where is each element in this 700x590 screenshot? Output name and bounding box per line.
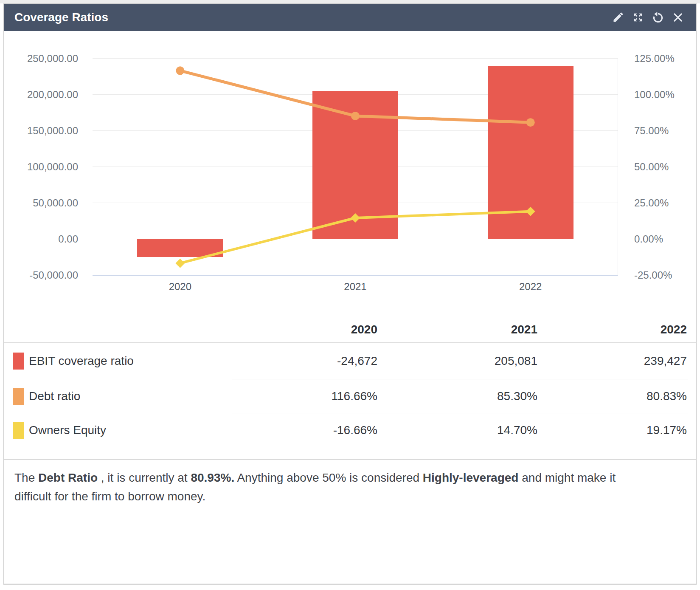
cell-debt-2020: 116.66%	[250, 390, 377, 403]
close-icon	[672, 11, 684, 23]
titlebar-actions	[612, 4, 684, 31]
circle-marker	[526, 118, 535, 127]
row-divider	[232, 379, 688, 379]
chart-line-layer	[4, 31, 697, 320]
legend-swatch-owners-equity	[13, 422, 24, 439]
note-segment: Highly-leveraged	[423, 471, 519, 484]
row-label: EBIT coverage ratio	[29, 354, 134, 368]
expand-button[interactable]	[632, 11, 644, 24]
undo-button[interactable]	[652, 11, 664, 24]
note-segment: The	[14, 471, 38, 484]
note-segment: , it is currently at	[98, 471, 191, 484]
cell-ebit-2022: 239,427	[559, 354, 687, 368]
cell-ebit-2020: -24,672	[250, 354, 377, 368]
cell-oe-2022: 19.17%	[559, 423, 687, 437]
section-divider	[4, 459, 697, 460]
legend-swatch-ebit	[13, 353, 24, 370]
cell-oe-2021: 14.70%	[410, 423, 537, 437]
table-row-owners-equity: Owners Equity -16.66% 14.70% 19.17%	[4, 414, 697, 447]
cell-ebit-2021: 205,081	[410, 354, 537, 368]
table-header-row: 2020 2021 2022	[4, 317, 697, 342]
diamond-marker	[526, 207, 535, 216]
cell-debt-2021: 85.30%	[410, 390, 537, 403]
table-row-ebit-coverage-ratio: EBIT coverage ratio -24,672 205,081 239,…	[4, 343, 697, 379]
insight-note: The Debt Ratio , it is currently at 80.9…	[14, 469, 655, 506]
row-label: Debt ratio	[29, 390, 80, 403]
table-row-debt-ratio: Debt ratio 116.66% 85.30% 80.83%	[4, 380, 697, 413]
circle-marker	[351, 112, 360, 120]
close-button[interactable]	[672, 11, 684, 24]
column-header-2020: 2020	[250, 323, 377, 336]
row-label: Owners Equity	[29, 423, 106, 437]
diamond-marker	[175, 259, 185, 268]
widget-titlebar: Coverage Ratios	[4, 4, 696, 31]
legend-swatch-debt	[13, 388, 24, 405]
note-segment: Debt Ratio	[38, 471, 98, 484]
expand-icon	[632, 11, 644, 23]
diamond-marker	[351, 213, 360, 223]
undo-icon	[652, 11, 664, 23]
page-top-strip	[0, 0, 700, 3]
row-divider	[232, 413, 688, 413]
combo-chart: 250,000.00125.00%200,000.00100.00%150,00…	[4, 31, 697, 320]
note-segment: 80.93%.	[191, 471, 234, 484]
cell-oe-2020: -16.66%	[250, 423, 377, 437]
column-header-2022: 2022	[559, 323, 687, 336]
column-header-2021: 2021	[410, 323, 537, 336]
circle-marker	[176, 66, 184, 75]
note-segment: Anything above 50% is considered	[234, 471, 423, 484]
cell-debt-2022: 80.83%	[559, 390, 687, 403]
widget-title: Coverage Ratios	[4, 11, 108, 24]
edit-button[interactable]	[612, 11, 624, 24]
coverage-ratios-widget: Coverage Ratios	[3, 3, 697, 585]
pencil-icon	[612, 11, 624, 23]
